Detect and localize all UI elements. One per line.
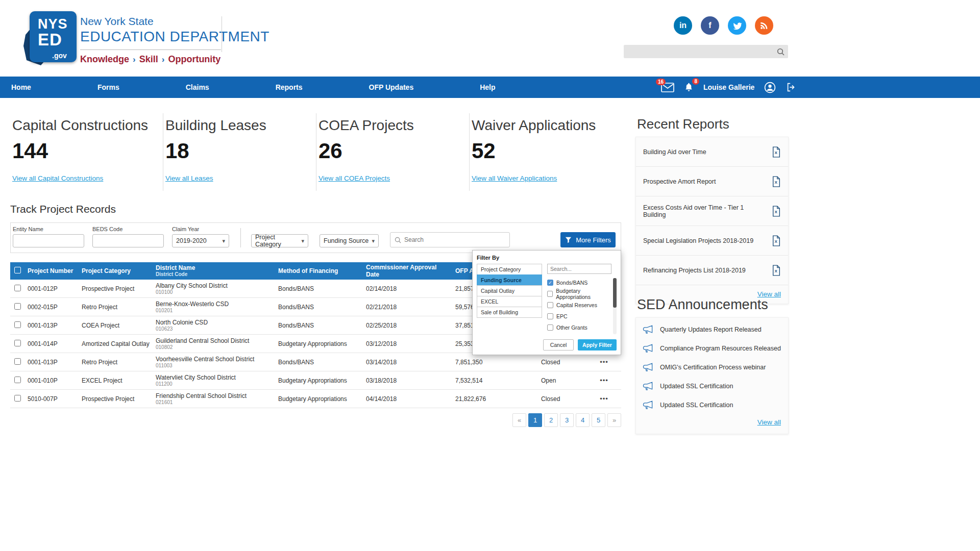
nav-item-reports[interactable]: Reports: [276, 77, 303, 98]
search-icon[interactable]: [777, 48, 785, 56]
report-name: Prospective Amort Report: [643, 178, 716, 185]
megaphone-icon: [642, 381, 654, 391]
filter-cancel-button[interactable]: Cancel: [543, 339, 574, 350]
row-checkbox[interactable]: [14, 285, 21, 291]
row-checkbox[interactable]: [14, 358, 21, 365]
megaphone-icon: [642, 324, 654, 334]
popup-scrollbar-thumb[interactable]: [613, 278, 617, 308]
nysed-logo: NYS ED .gov: [24, 10, 78, 66]
view-all-leases-link[interactable]: View all Leases: [165, 174, 213, 182]
funding-source-select[interactable]: Funding Source ▾: [320, 234, 379, 247]
row-checkbox[interactable]: [14, 303, 21, 310]
cell-category: Prospective Project: [82, 285, 156, 292]
row-actions-button[interactable]: •••: [587, 395, 621, 403]
checkbox[interactable]: [547, 302, 553, 308]
cell-project-number: 0001-010P: [24, 377, 82, 384]
filter-category-project-category[interactable]: Project Category: [477, 264, 542, 275]
row-checkbox[interactable]: [14, 340, 21, 346]
filter-option-budgetary-appropriations[interactable]: Budgetary Appropriations: [547, 288, 611, 299]
profile-button[interactable]: [764, 81, 776, 94]
pagination-prev-button[interactable]: «: [512, 413, 526, 427]
row-checkbox[interactable]: [14, 377, 21, 383]
filter-option-capital-reserves[interactable]: Capital Reserves: [547, 299, 611, 311]
announcement-item[interactable]: OMIG's Certification Process webinar: [636, 358, 788, 377]
pagination-next-button[interactable]: »: [607, 413, 621, 427]
cell-status: Closed: [527, 395, 587, 403]
row-checkbox[interactable]: [14, 321, 21, 328]
notifications-button[interactable]: 8: [683, 82, 694, 93]
cell-project-number: 0001-013P: [24, 359, 82, 366]
cell-date: 02/14/2018: [366, 285, 445, 292]
nav-item-claims[interactable]: Claims: [186, 77, 209, 98]
nav-item-ofp-updates[interactable]: OFP Updates: [369, 77, 414, 98]
entity-name-input[interactable]: [13, 234, 84, 247]
megaphone-icon: [642, 343, 654, 353]
claim-year-select[interactable]: 2019-2020 ▾: [172, 234, 229, 247]
card-value: 52: [472, 139, 618, 163]
filter-option-epc[interactable]: EPC: [547, 311, 611, 322]
brand-name-line1: New York State: [80, 15, 270, 28]
pagination-page-1[interactable]: 1: [528, 413, 542, 427]
more-filters-button[interactable]: More Filters: [560, 232, 616, 247]
report-item[interactable]: Special Legislation Projects 2018-2019 X: [636, 226, 788, 256]
sign-out-button[interactable]: [786, 82, 797, 93]
announcement-item[interactable]: Compliance Program Resources Released: [636, 339, 788, 358]
project-category-value: Project Category: [255, 234, 301, 248]
checkbox[interactable]: [547, 291, 553, 297]
checkbox[interactable]: [547, 280, 553, 286]
cell-date: 02/21/2018: [366, 304, 445, 311]
filter-option-bonds-bans[interactable]: Bonds/BANS: [547, 277, 611, 288]
report-item[interactable]: Building Aid over Time X: [636, 137, 788, 167]
project-category-select[interactable]: Project Category ▾: [251, 234, 308, 247]
popup-scrollbar: [613, 278, 617, 334]
row-actions-button[interactable]: •••: [587, 358, 621, 366]
report-item[interactable]: Refinancing Projects List 2018-2019 X: [636, 256, 788, 285]
cell-project-number: 5010-007P: [24, 395, 82, 403]
cell-project-number: 0001-014P: [24, 340, 82, 347]
checkbox[interactable]: [547, 313, 553, 319]
pagination-page-3[interactable]: 3: [560, 413, 574, 427]
report-item[interactable]: Prospective Amort Report X: [636, 167, 788, 196]
announcement-item[interactable]: Updated SSL Certification: [636, 395, 788, 414]
table-search-input[interactable]: [404, 236, 505, 243]
filter-category-excel[interactable]: EXCEL: [477, 296, 542, 307]
nav-item-help[interactable]: Help: [480, 77, 495, 98]
report-item[interactable]: Excess Costs Aid over Time - Tier 1 Buil…: [636, 196, 788, 226]
view-all-capital-constructions-link[interactable]: View all Capital Constructions: [12, 174, 103, 182]
site-search: [624, 45, 788, 58]
announcement-item[interactable]: Quarterly Updates Report Released: [636, 320, 788, 339]
pagination-page-4[interactable]: 4: [576, 413, 590, 427]
beds-code-input[interactable]: [92, 234, 164, 247]
linkedin-icon[interactable]: in: [674, 16, 692, 35]
chevron-down-icon: ▾: [222, 238, 225, 244]
filter-apply-button[interactable]: Apply Filter: [578, 339, 617, 350]
filter-category-capital-outlay[interactable]: Capital Outlay: [477, 285, 542, 296]
filter-category-sale-of-building[interactable]: Sale of Building: [477, 307, 542, 318]
cell-date: 03/18/2018: [366, 377, 445, 384]
row-actions-button[interactable]: •••: [587, 377, 621, 384]
user-name[interactable]: Louise Gallerie: [703, 83, 754, 91]
rss-icon[interactable]: [755, 16, 773, 35]
filter-options-search-input[interactable]: [547, 264, 611, 274]
filter-category-funding-source[interactable]: Funding Source: [477, 274, 542, 286]
select-all-checkbox[interactable]: [14, 267, 21, 273]
messages-button[interactable]: 16: [661, 83, 674, 92]
view-all-coea-projects-link[interactable]: View all COEA Projects: [318, 174, 390, 182]
pagination-page-2[interactable]: 2: [544, 413, 558, 427]
checkbox[interactable]: [547, 324, 553, 331]
twitter-icon[interactable]: [728, 16, 746, 35]
recent-reports-panel: Building Aid over Time X Prospective Amo…: [635, 137, 789, 304]
row-checkbox[interactable]: [14, 395, 21, 402]
social-links: in f: [674, 16, 773, 35]
card-value: 144: [12, 139, 158, 163]
nav-item-home[interactable]: Home: [11, 77, 31, 98]
filter-option-other-grants[interactable]: Other Grants: [547, 322, 611, 333]
cell-amount: 7,532,514: [445, 377, 527, 384]
announcement-item[interactable]: Updated SSL Certification: [636, 377, 788, 395]
view-all-waiver-applications-link[interactable]: View all Waiver Applications: [472, 174, 557, 182]
announcements-view-all-link[interactable]: View all: [757, 418, 781, 426]
nav-item-forms[interactable]: Forms: [97, 77, 119, 98]
pagination-page-5[interactable]: 5: [592, 413, 605, 427]
site-search-input[interactable]: [624, 48, 777, 56]
facebook-icon[interactable]: f: [701, 16, 719, 35]
